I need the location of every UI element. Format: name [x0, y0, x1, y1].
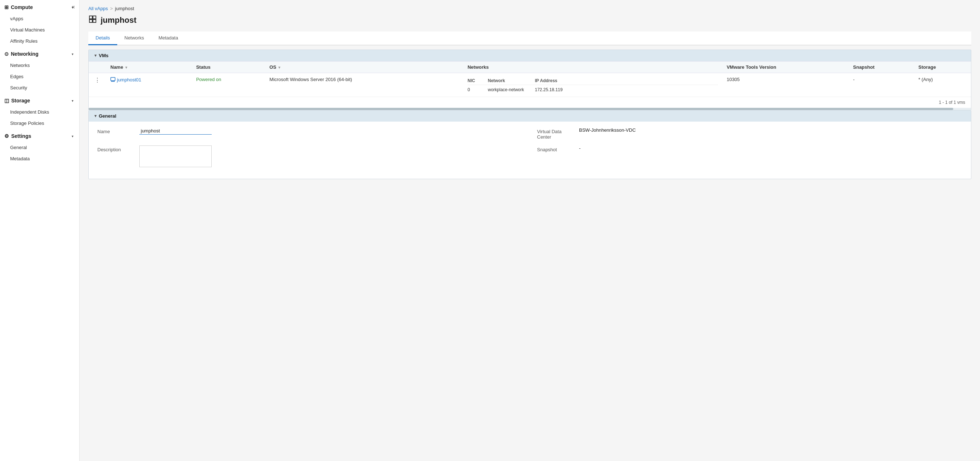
sidebar-item-virtual-machines[interactable]: Virtual Machines — [0, 24, 79, 35]
vms-table: Name ▼ Status OS ▼ Networks VMware Tools… — [89, 61, 971, 97]
vms-section-header[interactable]: ▾ VMs — [89, 50, 971, 61]
gear-icon: ⚙ — [4, 133, 9, 139]
th-name: Name ▼ — [106, 62, 192, 73]
cell-storage: * (Any) — [914, 73, 971, 97]
vms-section-title: VMs — [99, 53, 108, 58]
cell-snapshot: - — [849, 73, 914, 97]
field-pair-vdc: Virtual Data Center BSW-Johnhenriksson-V… — [537, 127, 962, 140]
breadcrumb-separator: > — [110, 6, 113, 11]
vapp-icon — [88, 15, 97, 26]
sidebar-item-general[interactable]: General — [0, 142, 79, 153]
sidebar-section-compute-label: Compute — [11, 4, 33, 10]
description-label: Description — [97, 145, 134, 153]
cell-vmware-tools: 10305 — [722, 73, 849, 97]
snapshot-label: Snapshot — [537, 145, 573, 153]
networks-sub-row: 0 workplace-network 172.25.18.119 — [468, 86, 718, 93]
sidebar-item-vapps[interactable]: vApps — [0, 13, 79, 24]
chevron-down-icon: ▾ — [72, 52, 73, 56]
expand-icon: ▾ — [94, 53, 97, 58]
row-actions: ⋮ — [89, 73, 106, 97]
sidebar-section-networking[interactable]: ⊙ Networking ▾ — [0, 47, 79, 60]
network-icon: ⊙ — [4, 51, 9, 57]
breadcrumb-link[interactable]: All vApps — [88, 6, 108, 11]
expand-icon-general: ▾ — [94, 114, 97, 118]
storage-icon: ◫ — [4, 98, 9, 103]
sidebar-section-storage[interactable]: ◫ Storage ▾ — [0, 93, 79, 107]
sidebar-item-affinity-rules[interactable]: Affinity Rules — [0, 35, 79, 47]
th-vmware-tools: VMware Tools Version — [722, 62, 849, 73]
vdc-label: Virtual Data Center — [537, 127, 573, 140]
svg-rect-1 — [93, 16, 96, 19]
sidebar-section-networking-label: Networking — [11, 51, 38, 57]
chevron-down-icon: ▾ — [72, 99, 73, 103]
sort-icon-os: ▼ — [278, 65, 281, 70]
svg-rect-4 — [111, 78, 115, 81]
breadcrumb-current: jumphost — [115, 6, 134, 11]
cell-os: Microsoft Windows Server 2016 (64-bit) — [265, 73, 463, 97]
chevron-down-icon: ▾ — [72, 134, 73, 138]
status-badge: Powered on — [196, 77, 221, 82]
th-status: Status — [192, 62, 265, 73]
table-header-row: Name ▼ Status OS ▼ Networks VMware Tools… — [89, 62, 971, 73]
sidebar-item-metadata[interactable]: Metadata — [0, 153, 79, 164]
tab-metadata[interactable]: Metadata — [151, 32, 185, 45]
vm-link[interactable]: jumphost01 — [110, 77, 188, 83]
th-os: OS ▼ — [265, 62, 463, 73]
th-actions — [89, 62, 106, 73]
field-row-desc-snapshot: Description Snapshot - — [97, 145, 962, 167]
vm-name: jumphost01 — [117, 77, 141, 83]
name-label: Name — [97, 127, 134, 134]
svg-rect-3 — [93, 19, 96, 22]
content-area: All vApps > jumphost jumphost Details Ne… — [80, 0, 980, 461]
collapse-sidebar-button[interactable]: « — [70, 3, 76, 11]
field-row-name-vdc: Name Virtual Data Center BSW-Johnhenriks… — [97, 127, 962, 140]
th-storage: Storage — [914, 62, 971, 73]
ip-value: 172.25.18.119 — [535, 87, 578, 92]
network-header: Network — [488, 78, 528, 83]
table-row: ⋮ — [89, 73, 971, 97]
tab-details[interactable]: Details — [88, 32, 117, 45]
cell-networks: NIC Network IP Address 0 workplace-netwo… — [463, 73, 722, 97]
th-snapshot: Snapshot — [849, 62, 914, 73]
cell-name: jumphost01 — [106, 73, 192, 97]
general-section: ▾ General Name Virtual Data Center BSW-J… — [88, 110, 971, 179]
page-title-row: jumphost — [88, 15, 971, 26]
sidebar-section-compute[interactable]: ⊞ Compute ▾ — [0, 0, 79, 13]
grid-icon: ⊞ — [4, 4, 9, 10]
sidebar-item-edges[interactable]: Edges — [0, 71, 79, 82]
table-footer: 1 - 1 of 1 vms — [89, 97, 971, 108]
name-input[interactable] — [139, 127, 212, 135]
sidebar-item-networks[interactable]: Networks — [0, 60, 79, 71]
sidebar-item-independent-disks[interactable]: Independent Disks — [0, 107, 79, 118]
sidebar-section-settings-label: Settings — [11, 133, 31, 139]
scrollbar-row[interactable] — [89, 108, 971, 110]
sidebar: « ⊞ Compute ▾ vApps Virtual Machines Aff… — [0, 0, 80, 461]
nic-value: 0 — [468, 87, 480, 92]
snapshot-value: - — [579, 145, 581, 151]
field-pair-description: Description — [97, 145, 523, 167]
page-title: jumphost — [100, 16, 137, 25]
sort-icon: ▼ — [124, 65, 128, 70]
scrollbar-thumb — [89, 108, 953, 110]
ip-header: IP Address — [535, 78, 578, 83]
vdc-value: BSW-Johnhenriksson-VDC — [579, 127, 636, 133]
svg-rect-2 — [89, 19, 92, 22]
svg-rect-0 — [89, 16, 92, 19]
breadcrumb: All vApps > jumphost — [88, 6, 971, 11]
general-section-header[interactable]: ▾ General — [89, 110, 971, 122]
field-pair-snapshot: Snapshot - — [537, 145, 962, 153]
general-section-body: Name Virtual Data Center BSW-Johnhenriks… — [89, 122, 971, 179]
vms-section: ▾ VMs Name ▼ Status OS ▼ — [88, 49, 971, 110]
cell-status: Powered on — [192, 73, 265, 97]
sidebar-item-storage-policies[interactable]: Storage Policies — [0, 118, 79, 129]
nic-header: NIC — [468, 78, 480, 83]
field-pair-name: Name — [97, 127, 523, 135]
sidebar-section-settings[interactable]: ⚙ Settings ▾ — [0, 129, 79, 142]
tab-networks[interactable]: Networks — [117, 32, 151, 45]
vm-icon — [110, 77, 115, 83]
tabs-bar: Details Networks Metadata — [88, 32, 971, 45]
network-value: workplace-network — [488, 87, 528, 92]
description-input[interactable] — [139, 145, 212, 167]
row-context-menu[interactable]: ⋮ — [93, 76, 102, 84]
sidebar-item-security[interactable]: Security — [0, 82, 79, 93]
